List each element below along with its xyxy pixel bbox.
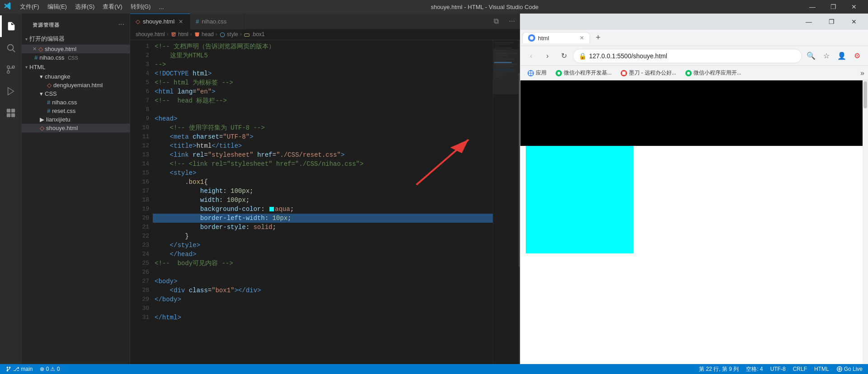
- errors-label: ⊗ 0: [40, 366, 49, 372]
- close-icon[interactable]: ✕: [33, 46, 37, 52]
- activity-explorer[interactable]: [0, 15, 22, 37]
- breadcrumb-head-label[interactable]: head: [202, 31, 214, 37]
- breadcrumb-html-label[interactable]: html: [178, 31, 189, 37]
- svg-rect-20: [622, 71, 626, 75]
- svg-rect-8: [6, 113, 10, 117]
- bookmark-wechat-app[interactable]: 微信小程序应用开...: [682, 68, 745, 78]
- breadcrumb-file[interactable]: shouye.html: [136, 31, 165, 37]
- browser-extension-btn[interactable]: ⚙: [850, 49, 864, 63]
- bookmark-modao[interactable]: 墨刀 - 远程办公好...: [617, 68, 680, 78]
- line-ending-text: CRLF: [793, 366, 807, 372]
- status-line-ending[interactable]: CRLF: [791, 364, 809, 374]
- open-editors-header[interactable]: ▾ 打开的编辑器: [22, 33, 130, 45]
- breadcrumb-html[interactable]: html: [170, 31, 189, 38]
- bookmark-wechat-mini[interactable]: 微信小程序开发基...: [552, 68, 615, 78]
- bookmarks-more[interactable]: »: [860, 69, 864, 77]
- split-editor-button[interactable]: ⧉: [488, 14, 504, 29]
- status-bar: ⎇ main ⊗ 0 ⚠ 0 第 22 行, 第 9 列 空格: 4 UTF-8…: [0, 364, 868, 374]
- browser-titlebar: — ❐ ✕: [520, 14, 868, 30]
- tab-close-shouye[interactable]: ✕: [177, 18, 184, 25]
- more-actions-button[interactable]: ···: [504, 14, 520, 29]
- bookmark-apps[interactable]: 应用: [524, 68, 550, 78]
- open-editors-arrow: ▾: [25, 37, 28, 42]
- browser-tab-html[interactable]: html ✕: [522, 32, 590, 43]
- activity-extensions[interactable]: [0, 102, 22, 124]
- status-encoding[interactable]: UTF-8: [769, 364, 788, 374]
- browser-close[interactable]: ✕: [844, 14, 864, 30]
- open-editor-shouye[interactable]: ✕ ◇ shouye.html: [22, 45, 130, 53]
- status-spaces[interactable]: 空格: 4: [744, 364, 764, 374]
- breadcrumb-style-label[interactable]: style: [227, 31, 238, 37]
- address-bar[interactable]: 🔒 127.0.0.1:5500/shouye.html: [573, 49, 802, 63]
- maximize-button[interactable]: ❐: [823, 0, 844, 14]
- svg-rect-11: [245, 33, 250, 36]
- bookmark-wechat-app-label: 微信小程序应用开...: [693, 69, 741, 77]
- close-button[interactable]: ✕: [844, 0, 864, 14]
- live-server-text: Go Live: [844, 366, 863, 372]
- code-line-17: height: 100px;: [153, 187, 493, 196]
- shouye-html-file[interactable]: ◇ shouye.html: [22, 124, 130, 132]
- browser-minimize[interactable]: —: [798, 14, 819, 30]
- activity-search[interactable]: [0, 37, 22, 59]
- activity-source-control[interactable]: [0, 59, 22, 80]
- browser-refresh[interactable]: ↻: [557, 49, 571, 63]
- browser-scrollbar-thumb[interactable]: [863, 81, 867, 108]
- code-line-27: <body>: [153, 277, 493, 286]
- menu-file[interactable]: 文件(F): [16, 2, 43, 12]
- reset-css-file[interactable]: # reset.css: [22, 107, 130, 115]
- breadcrumb-box1-label[interactable]: .box1: [251, 31, 264, 37]
- status-lang[interactable]: HTML: [812, 364, 831, 374]
- svg-rect-9: [11, 113, 14, 117]
- lianxijietu-folder[interactable]: ▶ lianxijietu: [22, 115, 130, 124]
- browser-tab-close[interactable]: ✕: [580, 35, 584, 41]
- window-title: shouye.html - HTML - Visual Studio Code: [168, 4, 801, 10]
- html-icon2: ◇: [40, 125, 44, 131]
- open-editor-nihao[interactable]: # nihao.css CSS: [22, 53, 130, 62]
- code-line-13: <link rel="stylesheet" href="./CSS/reset…: [153, 150, 493, 159]
- code-line-31: </html>: [153, 313, 493, 322]
- nihao-css-file[interactable]: # nihao.css: [22, 98, 130, 107]
- browser-profile-btn[interactable]: 👤: [835, 49, 849, 63]
- code-line-14: <!-- <link rel="stylesheet" href="./CSS/…: [153, 159, 493, 168]
- minimap-scrollbar-track: [519, 40, 520, 364]
- window-controls: — ❐ ✕: [802, 0, 864, 14]
- tab-shouye[interactable]: ◇ shouye.html ✕: [130, 14, 190, 29]
- cyan-box: [526, 146, 633, 253]
- minimize-button[interactable]: —: [802, 0, 823, 14]
- activity-debug[interactable]: [0, 80, 22, 102]
- html-folder-header[interactable]: ▾ HTML: [22, 62, 130, 72]
- browser-new-tab[interactable]: +: [592, 32, 604, 44]
- svg-point-23: [9, 367, 11, 369]
- svg-point-0: [7, 45, 13, 51]
- vscode-logo: [4, 2, 12, 12]
- breadcrumb-head[interactable]: head: [194, 31, 214, 38]
- browser-maximize[interactable]: ❐: [821, 14, 842, 30]
- browser-back[interactable]: ‹: [524, 49, 538, 63]
- status-errors[interactable]: ⊗ 0 ⚠ 0: [38, 364, 61, 374]
- breadcrumb-style[interactable]: style: [219, 31, 238, 38]
- status-live-server[interactable]: Go Live: [835, 364, 864, 374]
- browser-forward[interactable]: ›: [540, 49, 555, 63]
- tab-nihao[interactable]: # nihao.css: [190, 14, 245, 29]
- status-branch[interactable]: ⎇ main: [4, 364, 34, 374]
- breadcrumb-sep3: ›: [216, 31, 217, 37]
- menu-edit[interactable]: 编辑(E): [44, 2, 71, 12]
- sidebar-more-button[interactable]: ···: [118, 20, 124, 28]
- menu-view[interactable]: 查看(V): [99, 2, 126, 12]
- css-file-icon: #: [47, 99, 50, 106]
- minimap-scrollbar-thumb[interactable]: [519, 73, 520, 267]
- menu-more[interactable]: ...: [155, 3, 167, 11]
- browser-search-btn[interactable]: 🔍: [804, 49, 818, 63]
- status-line-col[interactable]: 第 22 行, 第 9 列: [697, 364, 741, 374]
- menu-select[interactable]: 选择(S): [71, 2, 98, 12]
- code-editor[interactable]: 12345 678910 1112131415 1617181920 21222…: [130, 40, 520, 364]
- breadcrumb-box1[interactable]: .box1: [244, 31, 265, 38]
- code-line-5: <!-- html 为根标签 -->: [153, 78, 493, 87]
- dengluyemian-file[interactable]: ◇ dengluyemian.html: [22, 81, 130, 89]
- code-content[interactable]: <!-- 文档声明（告诉浏览器网页的版本） 这里为HTML5 --> <!DOC…: [153, 40, 493, 364]
- code-line-1: <!-- 文档声明（告诉浏览器网页的版本）: [153, 42, 493, 51]
- menu-goto[interactable]: 转到(G): [127, 2, 155, 12]
- chuangke-folder[interactable]: ▾ chuangke: [22, 72, 130, 81]
- browser-star-btn[interactable]: ☆: [819, 49, 834, 63]
- css-folder[interactable]: ▾ CSS: [22, 89, 130, 98]
